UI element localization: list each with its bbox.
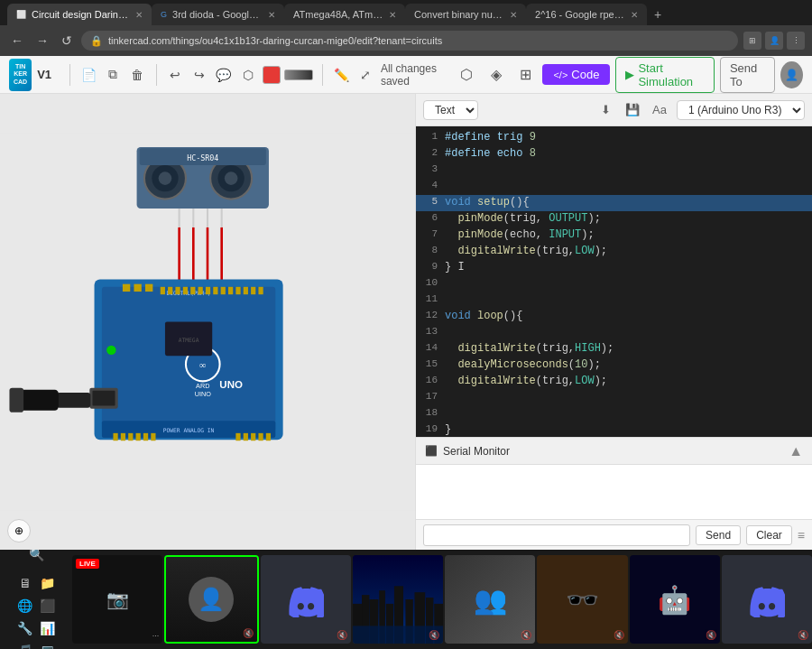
svg-rect-53	[183, 287, 188, 294]
taskbar-icon-1[interactable]: 🖥	[15, 573, 35, 593]
app-toolbar: TIN KER CAD V1 📄 ⧉ 🗑 ↩ ↪ 💬 ⬡ ✏️ ⤢ All ch…	[0, 56, 812, 94]
comment-button[interactable]: 💬	[214, 61, 233, 88]
new-document-button[interactable]: 📄	[79, 61, 98, 88]
send-to-button[interactable]: Send To	[720, 57, 775, 93]
user-avatar[interactable]: 👤	[780, 61, 803, 88]
stream-panel-1-controls: ···	[152, 631, 160, 640]
code-editor[interactable]: 1 #define trig 9 2 #define echo 8 3 4 5	[416, 126, 812, 437]
pencil-tool[interactable]: ✏️	[332, 61, 351, 88]
code-line-6: 6 pinMode(trig, OUTPUT);	[416, 211, 812, 227]
stream-panel-3[interactable]: 🔇	[261, 555, 351, 644]
back-button[interactable]: ←	[7, 32, 27, 50]
tab-3[interactable]: ATmega48A, ATmega48PA, ATm... ✕	[284, 4, 405, 25]
serial-options-icon[interactable]: ≡	[798, 528, 805, 542]
tab-2-close[interactable]: ✕	[268, 10, 275, 20]
taskbar-icon-2[interactable]: 📁	[38, 573, 58, 593]
upload-icon[interactable]: 💾	[621, 98, 644, 122]
undo-button[interactable]: ↩	[165, 61, 184, 88]
extensions-icon[interactable]: ⊞	[743, 32, 761, 50]
app-area: TIN KER CAD V1 📄 ⧉ 🗑 ↩ ↪ 💬 ⬡ ✏️ ⤢ All ch…	[0, 56, 812, 550]
language-select[interactable]: Text	[423, 100, 478, 120]
tab-4-close[interactable]: ✕	[510, 10, 517, 20]
serial-send-button[interactable]: Send	[696, 525, 741, 545]
download-icon[interactable]: ⬇	[594, 98, 617, 122]
stream-panel-8[interactable]: 🔇	[722, 555, 812, 644]
color-picker-red[interactable]	[263, 66, 281, 84]
code-toolbar-icons: ⬇ 💾 Aa	[594, 98, 671, 122]
svg-rect-60	[235, 287, 240, 294]
svg-point-28	[106, 346, 115, 355]
start-simulation-button[interactable]: ▶ Start Simulation	[615, 57, 715, 93]
view-circuits-icon[interactable]: ⬡	[455, 60, 478, 89]
browser-nav-icons: ⊞ 👤 ⋮	[743, 32, 805, 50]
svg-rect-27	[145, 284, 152, 292]
code-line-2: 2 #define echo 8	[416, 146, 812, 162]
svg-rect-58	[221, 287, 226, 294]
stream-panel-7[interactable]: 🤖 🔇	[630, 555, 720, 644]
svg-rect-61	[244, 287, 248, 294]
stream-panel-4[interactable]: 🔇	[353, 555, 443, 644]
code-line-10: 10	[416, 276, 812, 292]
delete-button[interactable]: 🗑	[128, 61, 147, 88]
tab-3-close[interactable]: ✕	[389, 10, 396, 20]
svg-rect-41	[151, 433, 155, 440]
tab-2[interactable]: G 3rd dioda - Google rpenpara ✕	[152, 4, 284, 25]
tab-4[interactable]: Convert binary number 1110111... ✕	[405, 4, 526, 25]
stream-panel-6[interactable]: 🕶️ 🔇	[537, 555, 627, 644]
stream-panel-5[interactable]: 👥 🔇	[445, 555, 535, 644]
canvas-area[interactable]: HC-SR04 ∞ ARD UINO	[0, 94, 415, 550]
svg-rect-57	[213, 287, 217, 294]
refresh-button[interactable]: ↺	[58, 32, 76, 50]
address-bar[interactable]: 🔒 tinkercad.com/things/ou4c1x1b13r-darin…	[81, 31, 738, 51]
svg-rect-40	[143, 433, 148, 440]
copy-button[interactable]: ⧉	[104, 61, 123, 88]
code-line-11: 11	[416, 292, 812, 309]
taskbar-icon-6[interactable]: 📊	[38, 618, 58, 638]
mute-icon-7: 🔇	[706, 630, 716, 640]
zoom-button[interactable]: ⊕	[7, 519, 31, 542]
stream-panel-2[interactable]: 👤 🔇	[164, 555, 258, 644]
forward-button[interactable]: →	[32, 32, 52, 50]
component-button[interactable]: ⬡	[238, 61, 257, 88]
svg-rect-59	[228, 287, 233, 294]
taskbar-icon-4[interactable]: ⬛	[38, 596, 58, 616]
svg-rect-45	[258, 433, 263, 440]
tab-1-close[interactable]: ✕	[135, 10, 143, 20]
tab-5[interactable]: 2^16 - Google rpenpara ✕	[526, 4, 647, 25]
serial-monitor-body	[416, 465, 812, 519]
live-badge: LIVE	[76, 559, 99, 569]
view-3d-icon[interactable]: ◈	[484, 60, 507, 89]
svg-rect-51	[168, 287, 172, 294]
taskbar-icon-3[interactable]: 🌐	[15, 596, 35, 616]
svg-text:UNO: UNO	[219, 379, 243, 390]
new-tab-button[interactable]: +	[647, 4, 669, 25]
serial-input-field[interactable]	[423, 524, 690, 546]
version-label: V1	[37, 68, 51, 81]
taskbar-icon-7[interactable]: 🎵	[15, 641, 35, 649]
board-select[interactable]: 1 (Arduino Uno R3)	[677, 100, 805, 120]
code-line-12: 12 void loop(){	[416, 309, 812, 325]
serial-clear-button[interactable]: Clear	[746, 525, 792, 545]
profile-icon[interactable]: 👤	[765, 32, 783, 50]
view-table-icon[interactable]: ⊞	[513, 60, 537, 89]
code-line-9: 9 } I	[416, 260, 812, 276]
code-button[interactable]: </> Code	[542, 64, 610, 85]
serial-expand-button[interactable]: ▲	[789, 443, 803, 459]
rotate-tool[interactable]: ⤢	[356, 61, 375, 88]
stream-panel-1[interactable]: LIVE 📷 ···	[72, 555, 162, 644]
serial-monitor-title: Serial Monitor	[443, 445, 510, 458]
svg-rect-56	[206, 287, 210, 294]
svg-rect-30	[92, 391, 115, 406]
font-size-icon[interactable]: Aa	[648, 98, 671, 122]
svg-rect-31	[57, 393, 91, 408]
svg-point-4	[159, 172, 172, 185]
settings-icon[interactable]: ⋮	[787, 32, 805, 50]
line-style-picker[interactable]	[284, 70, 313, 80]
taskbar-icon-8[interactable]: 💻	[38, 641, 58, 649]
tab-1[interactable]: ⬜ Circuit design Daring Curcan- M... ✕	[7, 4, 152, 25]
tab-5-close[interactable]: ✕	[631, 10, 638, 20]
taskbar-icon-5[interactable]: 🔧	[15, 618, 35, 638]
svg-rect-63	[258, 287, 263, 294]
svg-rect-39	[136, 433, 141, 440]
redo-button[interactable]: ↪	[189, 61, 208, 88]
